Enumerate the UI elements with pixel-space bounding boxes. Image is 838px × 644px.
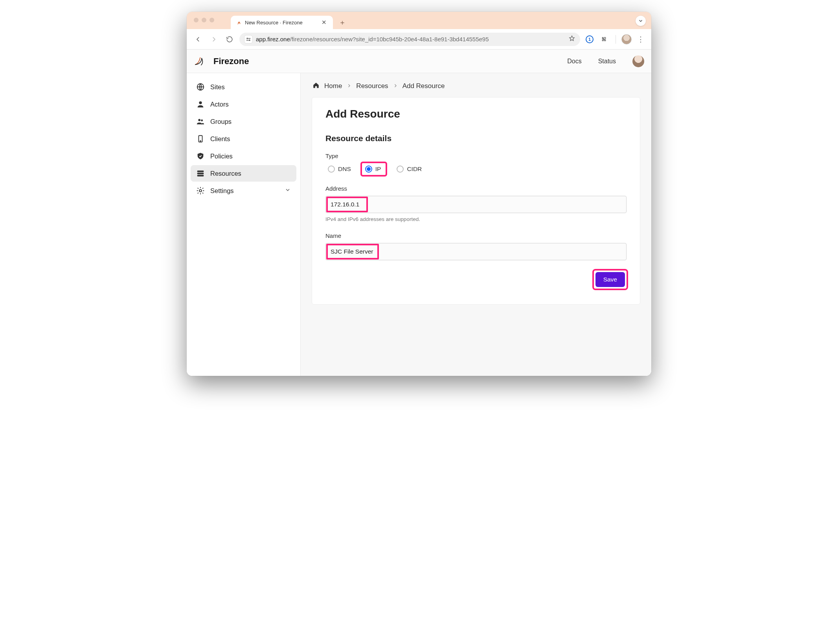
- nav-forward-button[interactable]: [208, 33, 220, 45]
- crumb-resources[interactable]: Resources: [356, 82, 388, 90]
- chevron-down-icon: [285, 187, 291, 195]
- gear-icon: [196, 186, 205, 195]
- browser-window: New Resource · Firezone ✕ ＋ app.firez.on…: [187, 12, 651, 376]
- page-title: Add Resource: [325, 108, 627, 120]
- header-avatar[interactable]: [632, 55, 644, 67]
- app-header: Firezone Docs Status: [187, 50, 651, 73]
- header-link-status[interactable]: Status: [598, 58, 616, 65]
- sidebar-item-label: Policies: [210, 153, 233, 160]
- svg-point-1: [249, 40, 250, 40]
- brand[interactable]: Firezone: [194, 56, 249, 67]
- tabstrip-overflow-button[interactable]: [636, 16, 646, 26]
- globe-icon: [196, 83, 205, 91]
- traffic-lights: [194, 18, 214, 22]
- traffic-light-max[interactable]: [210, 18, 214, 22]
- onepassword-extension-icon[interactable]: 1: [584, 34, 595, 45]
- svg-point-3: [199, 101, 202, 104]
- svg-point-0: [247, 38, 248, 39]
- save-button[interactable]: Save: [595, 272, 625, 287]
- label-address: Address: [325, 185, 627, 192]
- user-icon: [196, 100, 205, 109]
- sidebar-item-label: Actors: [210, 101, 229, 108]
- header-link-docs[interactable]: Docs: [567, 58, 581, 65]
- breadcrumbs: Home Resources Add Resource: [312, 79, 640, 97]
- sidebar-item-label: Groups: [210, 118, 232, 125]
- shield-check-icon: [196, 152, 205, 160]
- browser-menu-button[interactable]: ⋮: [636, 35, 646, 44]
- label-type: Type: [325, 153, 627, 159]
- traffic-light-close[interactable]: [194, 18, 198, 22]
- omnibox[interactable]: app.firez.one/firezone/resources/new?sit…: [239, 33, 580, 46]
- sidebar-item-sites[interactable]: Sites: [191, 79, 296, 95]
- highlight-save-button: Save: [594, 270, 627, 289]
- crumb-home[interactable]: Home: [324, 82, 342, 90]
- name-input[interactable]: [325, 243, 627, 260]
- label-name: Name: [325, 232, 627, 239]
- sidebar-item-clients[interactable]: Clients: [191, 131, 296, 147]
- radio-option-cidr[interactable]: CIDR: [394, 164, 424, 174]
- address-input[interactable]: [325, 196, 627, 213]
- radio-label: DNS: [338, 166, 351, 173]
- server-icon: [196, 169, 205, 178]
- sidebar-item-label: Sites: [210, 83, 225, 91]
- svg-point-5: [201, 120, 203, 121]
- highlight-radio-ip: IP: [362, 163, 386, 175]
- tab-close-icon[interactable]: ✕: [320, 19, 328, 26]
- browser-titlebar: New Resource · Firezone ✕ ＋: [187, 12, 651, 29]
- bookmark-star-icon[interactable]: [568, 35, 575, 43]
- address-hint: IPv4 and IPv6 addresses are supported.: [325, 216, 627, 222]
- app-root: Firezone Docs Status Sites Actor: [187, 50, 651, 376]
- section-title: Resource details: [325, 134, 627, 143]
- crumb-current: Add Resource: [402, 82, 445, 90]
- brand-name: Firezone: [213, 56, 249, 66]
- svg-rect-9: [197, 173, 204, 174]
- chevron-right-icon: [393, 82, 398, 90]
- tab-title: New Resource · Firezone: [245, 20, 303, 26]
- browser-toolbar: app.firez.one/firezone/resources/new?sit…: [187, 29, 651, 50]
- sidebar-item-label: Clients: [210, 135, 230, 143]
- radio-option-ip[interactable]: IP: [363, 164, 384, 174]
- nav-back-button[interactable]: [192, 33, 204, 45]
- sidebar-item-settings[interactable]: Settings: [191, 182, 296, 199]
- omnibox-url: app.firez.one/firezone/resources/new?sit…: [256, 36, 565, 42]
- sidebar-item-groups[interactable]: Groups: [191, 113, 296, 130]
- users-icon: [196, 117, 205, 126]
- svg-point-4: [198, 119, 200, 121]
- main-content: Home Resources Add Resource Add Resource…: [301, 73, 651, 376]
- sidebar-item-label: Settings: [210, 187, 234, 195]
- radio-label: IP: [375, 166, 381, 173]
- profile-avatar[interactable]: [621, 34, 632, 44]
- extensions-puzzle-icon[interactable]: [599, 34, 610, 45]
- svg-rect-8: [197, 171, 204, 172]
- svg-rect-10: [197, 175, 204, 177]
- tab-favicon: [235, 19, 242, 26]
- nav-reload-button[interactable]: [224, 33, 235, 45]
- traffic-light-min[interactable]: [202, 18, 206, 22]
- svg-point-7: [200, 141, 201, 142]
- radio-group-type: DNS IP CIDR: [325, 163, 627, 175]
- sidebar: Sites Actors Groups: [187, 73, 301, 376]
- sidebar-item-resources[interactable]: Resources: [191, 165, 296, 182]
- toolbar-divider: [616, 35, 616, 44]
- svg-point-11: [199, 190, 202, 192]
- radio-option-dns[interactable]: DNS: [325, 164, 353, 174]
- chevron-right-icon: [347, 82, 351, 90]
- browser-tab-active[interactable]: New Resource · Firezone ✕: [231, 16, 333, 29]
- brand-logo-icon: [194, 56, 210, 67]
- phone-icon: [196, 134, 205, 143]
- sidebar-item-policies[interactable]: Policies: [191, 148, 296, 164]
- site-settings-icon[interactable]: [244, 35, 253, 44]
- sidebar-item-actors[interactable]: Actors: [191, 96, 296, 112]
- tabstrip: New Resource · Firezone ✕ ＋: [231, 12, 348, 29]
- radio-label: CIDR: [407, 166, 422, 173]
- card-add-resource: Add Resource Resource details Type DNS: [312, 97, 640, 305]
- new-tab-button[interactable]: ＋: [337, 17, 348, 28]
- sidebar-item-label: Resources: [210, 170, 241, 177]
- home-icon: [312, 82, 320, 90]
